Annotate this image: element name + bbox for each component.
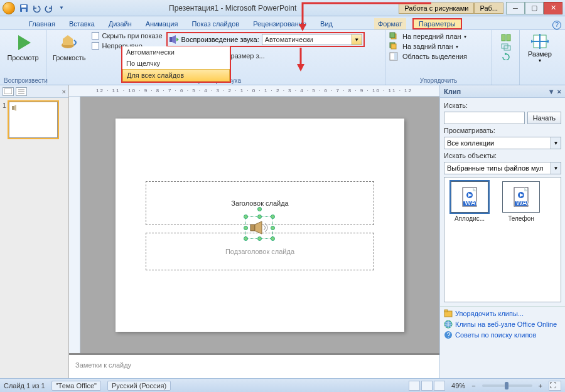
context-tab-extra: Раб... (474, 3, 503, 14)
tab-review[interactable]: Рецензирование (249, 18, 310, 29)
volume-label: Громкость (53, 54, 85, 61)
thumbnails-tab-outline[interactable] (16, 87, 27, 96)
slide-thumbnail[interactable]: 1 (3, 102, 66, 138)
size-button[interactable]: Размер ▾ (524, 31, 556, 65)
status-slide: Слайд 1 из 1 (4, 382, 45, 389)
maximize-button[interactable]: ▢ (525, 2, 544, 14)
organize-icon (444, 309, 453, 318)
tab-format[interactable]: Формат (374, 18, 406, 29)
group-label-size (524, 77, 556, 85)
rotate-icon[interactable] (501, 53, 511, 60)
tab-design[interactable]: Дизайн (105, 18, 136, 29)
workspace: × 1 12 · 11 · 10 · 9 · 8 · 7 · 6 · 5 · 4… (0, 85, 565, 378)
clip-pane-header: Клип ▼× (440, 85, 565, 98)
office-online-link[interactable]: Клипы на веб-узле Office Online (444, 320, 561, 329)
close-button[interactable]: ✕ (544, 2, 562, 14)
group-label-preview: Воспроизвести (4, 77, 42, 85)
sorter-view-button[interactable] (421, 381, 433, 391)
zoom-out-button[interactable]: − (471, 382, 475, 389)
pane-close-icon[interactable]: × (62, 88, 66, 95)
clip-links: Упорядочить клипы... Клипы на веб-узле O… (440, 306, 565, 342)
objects-select[interactable]: Выбранные типы файлов мул▼ (444, 162, 561, 174)
svg-rect-1 (21, 5, 26, 8)
sound-play-icon (169, 34, 179, 45)
wav-file-icon: WAV (510, 186, 532, 208)
dd-all-slides[interactable]: Для всех слайдов (122, 69, 230, 82)
slideshow-view-button[interactable] (434, 381, 445, 391)
selection-pane-button[interactable]: Область выделения (389, 51, 467, 61)
volume-button[interactable]: Громкость (50, 31, 88, 63)
thumbnail-tabs: × (0, 85, 68, 98)
thumbnails-tab-slides[interactable] (3, 87, 14, 96)
save-icon[interactable] (19, 3, 29, 13)
quick-access-toolbar: ▼ (19, 3, 67, 13)
status-language[interactable]: Русский (Россия) (107, 381, 171, 391)
clip-item-phone[interactable]: WAV Телефон (500, 181, 542, 222)
svg-marker-7 (176, 38, 179, 41)
thumb-number: 1 (3, 102, 6, 138)
svg-rect-30 (4, 88, 12, 94)
group-label-extra (496, 77, 515, 85)
help-icon[interactable]: ? (552, 21, 561, 29)
group-icon[interactable] (501, 43, 511, 51)
search-go-button[interactable]: Начать (527, 112, 561, 124)
window-title: Презентация1 - Microsoft PowerPoint (67, 4, 399, 13)
play-sound-label: Воспроизведение звука: (181, 36, 259, 43)
tab-parameters[interactable]: Параметры (412, 18, 462, 29)
organize-clips-link[interactable]: Упорядочить клипы... (444, 309, 561, 318)
notes-pane[interactable]: Заметки к слайду (69, 353, 439, 378)
slide: Заголовок слайда Подзаголовок слайда (116, 119, 404, 332)
pane-close-icon[interactable]: × (557, 88, 561, 95)
svg-marker-3 (18, 35, 31, 50)
svg-text:?: ? (447, 331, 451, 339)
tab-home[interactable]: Главная (25, 18, 59, 29)
clip-caption: Аплодис... (455, 215, 485, 222)
tab-animation[interactable]: Анимация (142, 18, 182, 29)
zoom-in-button[interactable]: + (539, 382, 542, 389)
tab-view[interactable]: Вид (316, 18, 336, 29)
search-tips-link[interactable]: ?Советы по поиску клипов (444, 331, 561, 339)
search-label: Искать: (444, 102, 561, 109)
selection-pane-icon (389, 52, 398, 61)
preview-label: Просмотр (7, 54, 38, 61)
globe-icon (444, 320, 453, 329)
clip-results: WAV Аплодис... WAV Телефон (444, 177, 561, 302)
subtitle-text: Подзаголовок слайда (225, 248, 294, 255)
send-back-icon (389, 42, 398, 51)
play-sound-dropdown: Автоматически По щелчку Для всех слайдов (121, 46, 231, 83)
svg-marker-13 (297, 64, 304, 72)
chevron-down-icon[interactable]: ▼ (352, 34, 362, 45)
svg-marker-6 (172, 35, 176, 44)
sound-object[interactable] (249, 220, 269, 235)
slides-icon (4, 88, 12, 94)
zoom-slider[interactable] (482, 384, 532, 387)
dd-click[interactable]: По щелчку (122, 58, 230, 69)
tab-insert[interactable]: Вставка (65, 18, 99, 29)
bring-front-button[interactable]: На передний план▾ (389, 31, 466, 41)
lookin-select[interactable]: Все коллекции▼ (444, 137, 561, 149)
status-theme[interactable]: "Тема Office" (51, 381, 101, 391)
undo-icon[interactable] (31, 3, 41, 13)
redo-icon[interactable] (44, 3, 54, 13)
align-icon[interactable] (501, 34, 511, 41)
clip-item-applause[interactable]: WAV Аплодис... (448, 181, 491, 222)
office-button[interactable] (3, 2, 15, 14)
minimize-button[interactable]: ─ (506, 2, 525, 14)
send-back-button[interactable]: На задний план▾ (389, 41, 458, 51)
hide-on-show-checkbox[interactable]: Скрыть при показе (92, 31, 162, 40)
qat-dropdown-icon[interactable]: ▼ (56, 3, 67, 13)
link-label: Советы по поиску клипов (455, 331, 536, 339)
pane-dropdown-icon[interactable]: ▼ (548, 88, 555, 95)
chevron-down-icon: ▼ (551, 162, 561, 174)
slide-canvas[interactable]: Заголовок слайда Подзаголовок слайда (80, 97, 439, 353)
preview-button[interactable]: Просмотр (4, 31, 41, 63)
fit-window-button[interactable]: ⛶ (549, 381, 561, 391)
combo-value: Автоматически (262, 36, 352, 43)
clip-art-pane: Клип ▼× Искать: Начать Просматривать: Вс… (439, 85, 565, 378)
normal-view-button[interactable] (409, 381, 420, 391)
dd-auto[interactable]: Автоматически (122, 46, 230, 58)
link-label: Упорядочить клипы... (455, 310, 524, 317)
tab-slideshow[interactable]: Показ слайдов (188, 18, 243, 29)
search-input[interactable] (444, 112, 525, 124)
play-sound-combo[interactable]: Автоматически ▼ (262, 34, 362, 45)
